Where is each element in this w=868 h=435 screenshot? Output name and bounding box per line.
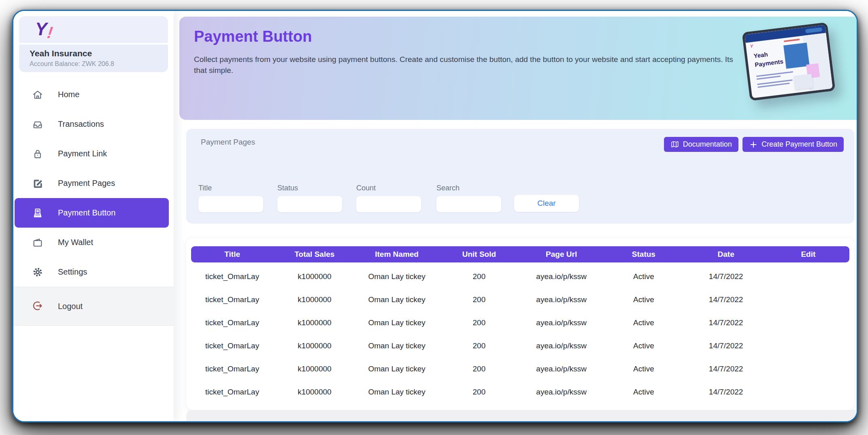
column-header: Unit Sold [438,250,520,259]
table-row: ticket_OmarLayk1000000Oman Lay tickey200… [191,288,849,311]
table-cell: ayea.io/p/kssw [520,365,602,373]
column-header: Title [191,250,273,259]
table-cell: k1000000 [273,365,355,373]
sidebar: Y ! Yeah Insurance Account Balance: ZWK … [13,11,174,421]
column-header: Edit [767,250,849,259]
column-header: Page Url [520,250,602,259]
tablet-illustration: Y Yeah Payments [742,22,835,101]
main-content: Payment Button Collect payments from you… [174,11,857,421]
toolbar-buttons: Documentation Create Payment Button [664,137,844,152]
table-cell: ayea.io/p/kssw [520,388,602,397]
account-card: Yeah Insurance Account Balance: ZWK 206.… [19,45,168,72]
table-cell: k1000000 [273,318,355,327]
lock-icon [31,147,44,160]
table-cell: 14/7/2022 [685,388,767,397]
table-cell: Oman Lay tickey [356,295,438,304]
column-header: Total Sales [273,250,355,259]
sidebar-nav: Home Transactions Paym [13,80,174,287]
table-cell: ayea.io/p/kssw [520,318,602,327]
table-cell: 14/7/2022 [685,295,767,304]
tablet-nav-button [805,27,823,33]
org-name: Yeah Insurance [30,49,168,58]
title-input[interactable] [198,196,263,212]
table-cell: k1000000 [273,272,355,281]
table-cell: 14/7/2022 [685,318,767,327]
sidebar-item-payment-button[interactable]: Payment Button [15,198,169,228]
table-cell: 14/7/2022 [685,272,767,281]
documentation-button[interactable]: Documentation [664,137,738,152]
table-cell: 200 [438,295,520,304]
search-input[interactable] [436,196,501,212]
table-cell: 200 [438,388,520,397]
tablet-blue-square [783,43,810,69]
sidebar-item-my-wallet[interactable]: My Wallet [13,228,174,257]
sidebar-item-logout[interactable]: Logout [13,300,174,313]
table-cell: ticket_OmarLay [191,341,273,350]
inbox-icon [31,118,44,131]
payment-terminal-icon [31,207,44,220]
column-header: Item Named [356,250,438,259]
table-row: ticket_OmarLayk1000000Oman Lay tickey200… [191,380,849,403]
table-cell: ayea.io/p/kssw [520,341,602,350]
gear-icon [31,266,44,279]
table-cell: 200 [438,365,520,373]
account-balance: Account Balance: ZWK 206.8 [30,60,168,68]
count-input[interactable] [356,196,421,212]
footer-band [186,410,857,421]
table-cell: ticket_OmarLay [191,318,273,327]
table-cell: 200 [438,318,520,327]
status-input[interactable] [277,196,342,212]
table-cell: Oman Lay tickey [356,388,438,397]
table-cell: k1000000 [273,341,355,350]
table-row: ticket_OmarLayk1000000Oman Lay tickey200… [191,311,849,334]
table-cell: Active [602,272,685,281]
table-cell: ticket_OmarLay [191,295,273,304]
table-cell: ticket_OmarLay [191,272,273,281]
table-cell: 14/7/2022 [685,341,767,350]
table-cell: Active [602,341,685,350]
tablet-grey-square [794,74,813,90]
table-cell: Oman Lay tickey [356,318,438,327]
filter-title: Title [198,184,263,212]
plus-icon [749,140,758,149]
table-cell: Oman Lay tickey [356,272,438,281]
home-icon [31,88,44,101]
table-cell: ayea.io/p/kssw [520,295,602,304]
table-cell: ticket_OmarLay [191,365,273,373]
table-cell: ticket_OmarLay [191,388,273,397]
edit-square-icon [31,177,44,190]
table-cell: Oman Lay tickey [356,341,438,350]
table-cell: 200 [438,272,520,281]
page-subtitle: Collect payments from your website using… [194,54,736,76]
app-window: Y ! Yeah Insurance Account Balance: ZWK … [12,10,858,422]
page-title: Payment Button [194,28,312,45]
sidebar-item-payment-pages[interactable]: Payment Pages [13,168,174,198]
table-row: ticket_OmarLayk1000000Oman Lay tickey200… [191,357,849,380]
filter-search: Search [436,184,501,212]
table-cell: Oman Lay tickey [356,365,438,373]
section-label: Payment Pages [201,138,255,147]
tablet-heading: Yeah Payments [753,48,784,69]
column-header: Date [685,250,767,259]
payment-buttons-table-card: TitleTotal SalesItem NamedUnit SoldPage … [186,238,854,410]
sidebar-item-settings[interactable]: Settings [13,257,174,287]
brand-logo-icon: Y ! [35,20,60,40]
wallet-icon [31,236,44,249]
sidebar-item-payment-link[interactable]: Payment Link [13,139,174,168]
page-header-banner: Payment Button Collect payments from you… [179,17,857,120]
create-payment-button[interactable]: Create Payment Button [742,137,844,152]
tablet-logo-icon: Y [750,43,753,49]
table-cell: Active [602,365,685,373]
logo-card: Y ! [19,16,168,43]
sidebar-item-home[interactable]: Home [13,80,174,109]
table-row: ticket_OmarLayk1000000Oman Lay tickey200… [191,265,849,288]
logout-section: Logout [13,287,174,326]
map-icon [670,140,679,149]
table-cell: Active [602,318,685,327]
sidebar-item-transactions[interactable]: Transactions [13,109,174,139]
logout-icon [31,300,44,313]
filter-status: Status [277,184,342,212]
clear-button[interactable]: Clear [514,195,579,212]
table-cell: k1000000 [273,388,355,397]
tablet-phone-line [784,38,800,42]
